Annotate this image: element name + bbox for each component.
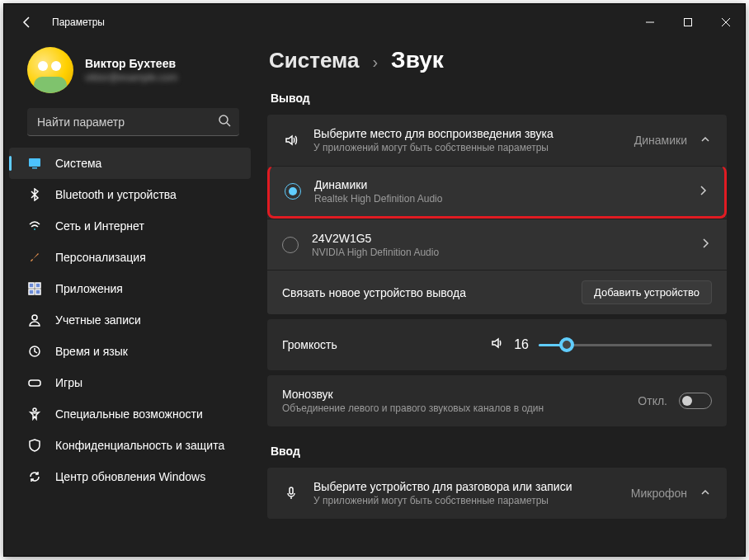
sidebar-item-label: Bluetooth и устройства <box>55 188 177 201</box>
radio-selected[interactable] <box>285 183 301 200</box>
sidebar-item-label: Сеть и Интернет <box>55 219 144 233</box>
svg-rect-6 <box>35 283 40 288</box>
person-icon <box>27 313 42 327</box>
volume-row[interactable]: Громкость 16 <box>267 319 727 370</box>
pair-output-row: Связать новое устройство вывода Добавить… <box>267 270 727 314</box>
sidebar-item-network[interactable]: Сеть и Интернет <box>4 210 256 242</box>
sidebar-item-label: Конфиденциальность и защита <box>55 439 224 452</box>
search-box[interactable] <box>27 108 239 136</box>
chevron-right-icon: › <box>372 53 378 72</box>
app-title: Параметры <box>52 16 105 28</box>
display-icon <box>27 156 42 171</box>
mono-title: Монозвук <box>282 388 624 401</box>
mono-row[interactable]: Монозвук Объединение левого и правого зв… <box>267 375 727 426</box>
row-subtitle: У приложений могут быть собственные пара… <box>313 495 618 506</box>
row-title: Выберите устройство для разговора или за… <box>313 480 618 493</box>
sidebar-item-label: Время и язык <box>55 345 128 358</box>
sidebar-nav: Система Bluetooth и устройства Сеть и Ин… <box>4 148 256 556</box>
search-icon <box>218 114 231 129</box>
svg-point-4 <box>34 228 35 230</box>
svg-rect-5 <box>29 283 34 288</box>
profile-name: Виктор Бухтеев <box>85 57 177 70</box>
svg-point-1 <box>219 115 228 124</box>
sidebar-item-windows-update[interactable]: Центр обновления Windows <box>4 461 256 492</box>
sidebar-item-label: Персонализация <box>55 251 146 264</box>
avatar <box>27 47 73 93</box>
row-subtitle: У приложений могут быть собственные пара… <box>313 142 621 153</box>
add-device-button[interactable]: Добавить устройство <box>582 280 712 304</box>
search-input[interactable] <box>35 115 218 129</box>
chevron-up-icon <box>699 133 712 148</box>
mono-toggle[interactable] <box>679 393 712 409</box>
minimize-icon <box>646 18 654 26</box>
sidebar-item-apps[interactable]: Приложения <box>4 273 256 304</box>
sidebar-item-label: Учетные записи <box>55 313 141 327</box>
sidebar-item-accounts[interactable]: Учетные записи <box>4 304 256 336</box>
sidebar: Виктор Бухтеев viktor@example.com Систем… <box>4 40 256 556</box>
arrow-left-icon <box>21 16 34 29</box>
page-title: Звук <box>391 47 444 73</box>
sidebar-item-gaming[interactable]: Игры <box>4 367 256 398</box>
sidebar-item-bluetooth[interactable]: Bluetooth и устройства <box>4 179 256 210</box>
clock-globe-icon <box>27 344 42 359</box>
speaker-icon[interactable] <box>491 336 504 353</box>
sidebar-item-time-language[interactable]: Время и язык <box>4 336 256 367</box>
mono-card: Монозвук Объединение левого и правого зв… <box>267 375 727 426</box>
sidebar-item-privacy[interactable]: Конфиденциальность и защита <box>4 430 256 461</box>
output-device-monitor[interactable]: 24V2W1G5 NVIDIA High Definition Audio <box>267 219 727 270</box>
mono-subtitle: Объединение левого и правого звуковых ка… <box>282 402 624 414</box>
minimize-button[interactable] <box>631 9 669 35</box>
sidebar-item-system[interactable]: Система <box>9 148 251 179</box>
svg-rect-0 <box>685 19 692 26</box>
svg-point-9 <box>32 315 37 320</box>
device-driver: NVIDIA High Definition Audio <box>312 247 685 258</box>
shield-icon <box>27 438 42 453</box>
svg-rect-3 <box>32 167 37 169</box>
input-choose-row[interactable]: Выберите устройство для разговора или за… <box>267 468 727 519</box>
current-input-device: Микрофон <box>631 487 687 500</box>
window-controls <box>631 9 745 35</box>
bluetooth-icon <box>27 187 42 202</box>
chevron-up-icon <box>699 486 712 501</box>
current-output-device: Динамики <box>634 134 687 147</box>
volume-slider[interactable] <box>539 336 712 353</box>
pair-label: Связать новое устройство вывода <box>282 286 568 299</box>
breadcrumb-parent[interactable]: Система <box>269 48 359 73</box>
apps-icon <box>27 281 42 296</box>
maximize-icon <box>684 18 692 26</box>
volume-value: 16 <box>514 337 529 352</box>
brush-icon <box>27 250 42 265</box>
output-choose-row[interactable]: Выберите место для воспроизведения звука… <box>267 115 727 166</box>
titlebar: Параметры <box>4 4 745 40</box>
volume-label: Громкость <box>282 338 337 351</box>
close-button[interactable] <box>707 9 745 35</box>
svg-rect-7 <box>29 289 34 294</box>
back-button[interactable] <box>11 6 44 39</box>
slider-thumb[interactable] <box>559 337 574 352</box>
toggle-state-label: Откл. <box>638 394 667 407</box>
input-card: Выберите устройство для разговора или за… <box>267 468 727 519</box>
radio-unselected[interactable] <box>282 237 299 253</box>
profile-email: viktor@example.com <box>85 72 177 83</box>
main-content[interactable]: Система › Звук Вывод Выберите место для … <box>256 40 745 556</box>
svg-rect-2 <box>29 158 40 167</box>
device-name: Динамики <box>314 178 683 191</box>
sidebar-item-label: Центр обновления Windows <box>55 470 205 483</box>
settings-window: Параметры Виктор Бухтеев viktor@example.… <box>3 3 746 557</box>
chevron-right-icon <box>699 237 712 252</box>
profile-block[interactable]: Виктор Бухтеев viktor@example.com <box>4 47 256 108</box>
row-title: Выберите место для воспроизведения звука <box>313 127 621 140</box>
svg-rect-13 <box>290 487 293 494</box>
output-card: Выберите место для воспроизведения звука… <box>267 115 727 314</box>
maximize-button[interactable] <box>669 9 707 35</box>
section-heading-input: Ввод <box>271 445 727 458</box>
sidebar-item-label: Система <box>55 157 101 170</box>
breadcrumb: Система › Звук <box>269 47 727 73</box>
update-icon <box>27 469 42 484</box>
sidebar-item-personalization[interactable]: Персонализация <box>4 242 256 273</box>
svg-point-12 <box>33 408 36 412</box>
close-icon <box>722 18 730 26</box>
volume-card: Громкость 16 <box>267 319 727 370</box>
sidebar-item-accessibility[interactable]: Специальные возможности <box>4 398 256 430</box>
output-device-speakers[interactable]: Динамики Realtek High Definition Audio <box>267 166 727 219</box>
